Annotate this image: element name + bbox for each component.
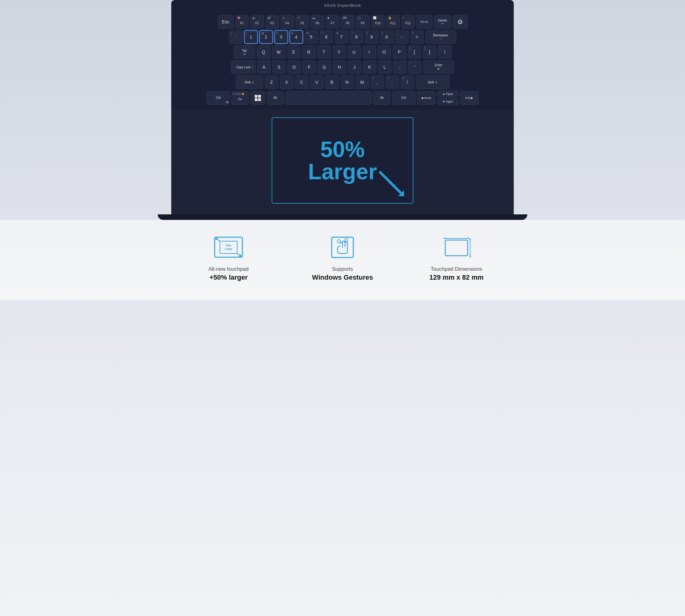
key-semicolon[interactable]: :; xyxy=(393,60,406,74)
key-c[interactable]: C xyxy=(295,75,309,89)
key-1[interactable]: !1 xyxy=(244,30,258,44)
svg-line-3 xyxy=(379,172,401,193)
key-power[interactable]: ⏻ xyxy=(453,15,467,29)
key-4[interactable]: $4 xyxy=(289,30,303,44)
key-fn[interactable]: Fn+Esc🔒 Fn xyxy=(231,91,249,105)
key-lbracket[interactable]: {[ xyxy=(408,45,421,59)
key-e[interactable]: E xyxy=(287,45,301,59)
key-x[interactable]: X xyxy=(280,75,293,89)
key-f3[interactable]: 🔊F3 xyxy=(265,15,279,29)
key-u[interactable]: U xyxy=(348,45,361,59)
key-end[interactable]: End ▶ xyxy=(460,91,479,105)
feature3-value: 129 mm x 82 mm xyxy=(429,273,484,282)
key-backspace[interactable]: Backspace← xyxy=(425,30,456,44)
key-r[interactable]: R xyxy=(302,45,316,59)
key-2[interactable]: @2 xyxy=(259,30,273,44)
asdf-row: Caps Lock A S D F G H J K L :; "' Enter↵ xyxy=(174,60,511,74)
key-f2[interactable]: 🔉F2 xyxy=(250,15,264,29)
svg-text:Large: Large xyxy=(225,247,233,250)
key-m[interactable]: M xyxy=(355,75,369,89)
svg-marker-20 xyxy=(469,238,471,240)
key-7[interactable]: &7 xyxy=(335,30,348,44)
key-f8[interactable]: ⌨F8 xyxy=(341,15,354,29)
key-h[interactable]: H xyxy=(333,60,346,74)
key-f4[interactable]: ✳F4 xyxy=(281,15,294,29)
key-f11[interactable]: 🔒F11 xyxy=(386,15,400,29)
key-9[interactable]: (9 xyxy=(365,30,378,44)
key-w[interactable]: W xyxy=(272,45,286,59)
key-f6[interactable]: ▬F6 xyxy=(311,15,324,29)
feature1-title: All-new touchpad xyxy=(208,266,248,272)
key-shift-left[interactable]: Shift ⇧ xyxy=(236,75,263,89)
key-b[interactable]: B xyxy=(325,75,339,89)
key-pgup[interactable]: ▲ PgUp xyxy=(437,91,459,97)
brand-label: ASUS ExpertBook xyxy=(171,3,514,8)
key-6[interactable]: ^6 xyxy=(320,30,333,44)
key-8[interactable]: *8 xyxy=(350,30,363,44)
key-a[interactable]: A xyxy=(257,60,271,74)
key-s[interactable]: S xyxy=(272,60,286,74)
key-rbracket[interactable]: }] xyxy=(423,45,437,59)
key-shift-right[interactable]: Shift ⇧ xyxy=(416,75,450,89)
key-p[interactable]: P xyxy=(393,45,406,59)
key-g[interactable]: G xyxy=(317,60,331,74)
key-i[interactable]: I xyxy=(362,45,376,59)
feature1-value: +50% larger xyxy=(209,273,248,282)
key-backtick[interactable]: ~` xyxy=(229,30,243,44)
svg-marker-18 xyxy=(467,238,469,239)
key-alt-left[interactable]: Alt xyxy=(267,91,284,105)
touchpad-section: 50% Larger xyxy=(171,110,514,214)
key-o[interactable]: O xyxy=(378,45,391,59)
key-f9[interactable]: 🖵F9 xyxy=(356,15,370,29)
key-f[interactable]: F xyxy=(303,60,316,74)
key-pgdn[interactable]: ▼ PgDn xyxy=(437,98,459,105)
key-y[interactable]: Y xyxy=(332,45,346,59)
key-delete[interactable]: DeleteIns xyxy=(434,15,451,29)
key-period[interactable]: >. xyxy=(385,75,399,89)
key-l[interactable]: L xyxy=(378,60,392,74)
svg-marker-17 xyxy=(443,238,445,239)
qwerty-row: Tab⇄ Q W E R T Y U I O P {[ }] |\ xyxy=(174,45,511,59)
key-esc[interactable]: Esc xyxy=(218,15,234,29)
touchpad-larger-label: Larger xyxy=(308,160,377,183)
key-f5[interactable]: ☀F5 xyxy=(296,15,309,29)
key-k[interactable]: K xyxy=(363,60,376,74)
bottom-row: Ctrl ▦ Fn+Esc🔒 Fn Alt Alt Ctrl ◀ Home ▲ … xyxy=(174,91,511,105)
zxcv-row: Shift ⇧ Z X C V B N M <, >. ?/ Shift ⇧ xyxy=(174,75,511,89)
key-backslash[interactable]: |\ xyxy=(438,45,451,59)
key-3[interactable]: #3 xyxy=(274,30,288,44)
key-v[interactable]: V xyxy=(310,75,324,89)
key-equals[interactable]: += xyxy=(410,30,424,44)
key-prtsc[interactable]: Prt Sc xyxy=(416,15,433,29)
key-5[interactable]: %5 xyxy=(305,30,318,44)
key-d[interactable]: D xyxy=(287,60,301,74)
key-j[interactable]: J xyxy=(348,60,361,74)
key-space[interactable] xyxy=(286,91,372,105)
key-enter[interactable]: Enter↵ xyxy=(423,60,454,74)
key-z[interactable]: Z xyxy=(265,75,279,89)
key-minus[interactable]: _- xyxy=(395,30,409,44)
key-n[interactable]: N xyxy=(340,75,354,89)
key-t[interactable]: T xyxy=(317,45,331,59)
key-f12[interactable]: *F12 xyxy=(401,15,415,29)
key-ctrl-right[interactable]: Ctrl xyxy=(392,91,416,105)
key-ctrl-left[interactable]: Ctrl ▦ xyxy=(207,91,230,105)
key-home[interactable]: ◀ Home xyxy=(417,91,436,105)
key-f7[interactable]: ▶F7 xyxy=(326,15,339,29)
key-q[interactable]: Q xyxy=(257,45,270,59)
number-row: ~` !1 @2 #3 $4 %5 ^6 &7 *8 (9 )0 _- += B… xyxy=(174,30,511,44)
key-slash[interactable]: ?/ xyxy=(401,75,414,89)
key-windows[interactable] xyxy=(250,91,265,105)
key-capslock[interactable]: Caps Lock xyxy=(231,60,256,74)
key-comma[interactable]: <, xyxy=(371,75,384,89)
key-f1[interactable]: 🔇F1 xyxy=(235,15,249,29)
windows-logo-icon xyxy=(255,95,261,101)
key-0[interactable]: )0 xyxy=(380,30,394,44)
key-quote[interactable]: "' xyxy=(408,60,422,74)
touchpad-dimensions-icon xyxy=(441,235,472,260)
key-alt-right[interactable]: Alt xyxy=(373,91,391,105)
feature-dimensions: Touchpad Dimensions 129 mm x 82 mm xyxy=(399,235,513,282)
arrow-bottomright xyxy=(376,169,404,197)
key-f10[interactable]: ⬜F10 xyxy=(371,15,385,29)
key-tab[interactable]: Tab⇄ xyxy=(234,45,255,59)
